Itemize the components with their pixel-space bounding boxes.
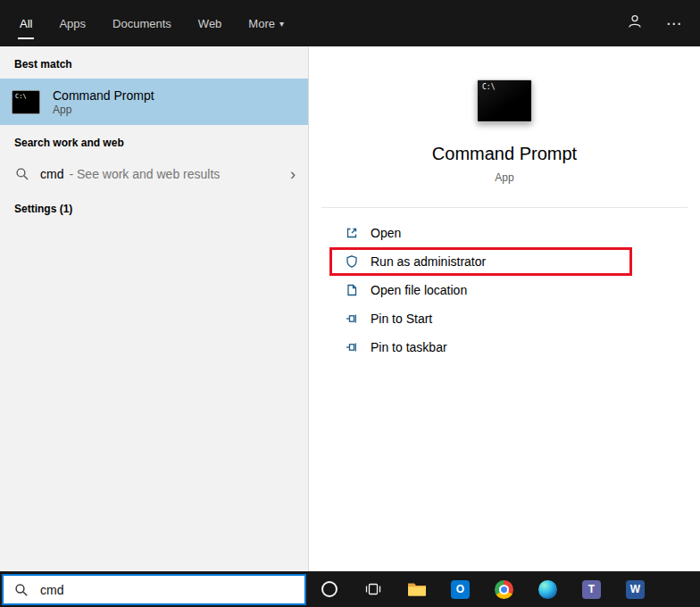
tab-more-label: More [248,17,275,30]
tab-all[interactable]: All [18,0,34,46]
task-view-icon[interactable] [351,571,395,607]
command-prompt-icon: C:\ [12,90,40,114]
best-match-subtitle: App [53,104,154,117]
best-match-result-command-prompt[interactable]: C:\ Command Prompt App [0,79,308,125]
tab-more[interactable]: More ▾ [246,0,286,46]
tab-apps[interactable]: Apps [57,0,88,46]
word-icon[interactable]: W [613,571,657,607]
word-letter: W [626,580,645,599]
tab-all-label: All [20,17,32,30]
action-pin-to-taskbar-label: Pin to taskbar [371,340,447,354]
search-filter-bar: All Apps Documents Web More ▾ [0,0,700,46]
search-icon [14,583,29,597]
outlook-letter: O [451,580,470,599]
app-title: Command Prompt [309,144,700,164]
outlook-icon[interactable]: O [438,571,482,607]
edge-icon[interactable] [526,571,570,607]
action-run-as-administrator-label: Run as administrator [371,254,486,269]
taskbar-app-icons: O T W [307,571,657,607]
action-open[interactable]: Open [309,219,700,247]
open-icon [345,226,359,240]
file-location-icon [345,283,359,297]
file-explorer-icon[interactable] [395,571,438,607]
app-hero: C:\ Command Prompt App [309,46,700,184]
settings-header: Settings (1) [0,191,308,223]
taskbar-search-box[interactable] [2,574,306,605]
tab-apps-label: Apps [59,17,86,30]
result-detail-panel: C:\ Command Prompt App Open [308,46,700,571]
app-subtitle: App [309,171,700,184]
tab-web[interactable]: Web [196,0,224,46]
action-pin-to-start-label: Pin to Start [371,312,432,326]
cortana-ring [321,581,338,597]
filter-tabs: All Apps Documents Web More ▾ [18,0,286,46]
best-match-header: Best match [0,46,308,79]
best-match-title: Command Prompt [53,87,154,104]
tab-web-label: Web [198,17,222,30]
chevron-down-icon: ▾ [279,19,284,29]
action-open-label: Open [371,226,401,240]
user-account-icon[interactable] [627,13,643,33]
action-pin-to-taskbar[interactable]: Pin to taskbar [309,333,700,362]
search-results-panel: Best match C:\ Command Prompt App Search… [0,46,308,571]
tab-documents-label: Documents [112,17,171,30]
context-actions: Open Run as administrator Open file [309,217,700,362]
edge-logo [538,580,557,599]
topbar-right-actions: ⋯ [627,13,688,33]
chrome-logo [495,580,513,599]
search-icon [15,167,29,181]
best-match-text: Command Prompt App [53,87,154,117]
action-pin-to-start[interactable]: Pin to Start [309,304,700,333]
web-search-description: - See work and web results [69,167,220,181]
shield-icon [345,254,359,269]
options-ellipsis-icon[interactable]: ⋯ [666,14,682,33]
action-open-file-location[interactable]: Open file location [309,276,700,304]
command-prompt-icon-large: C:\ [477,79,532,122]
windows-search-flyout: All Apps Documents Web More ▾ [0,0,700,607]
teams-letter: T [582,580,601,599]
action-open-file-location-label: Open file location [371,283,467,297]
search-work-web-header: Search work and web [0,125,308,157]
taskbar: O T W [0,571,700,607]
pin-icon [345,340,359,354]
chevron-right-icon: › [290,166,296,182]
hero-actions-divider [321,207,688,208]
pin-icon [345,312,359,326]
web-search-query: cmd [40,167,63,181]
teams-icon[interactable]: T [570,571,613,607]
cortana-icon[interactable] [307,571,351,607]
chrome-icon[interactable] [482,571,526,607]
action-run-as-administrator[interactable]: Run as administrator [329,247,632,276]
tab-documents[interactable]: Documents [111,0,173,46]
web-search-result-cmd[interactable]: cmd - See work and web results › [0,157,308,191]
taskbar-search-input[interactable] [38,582,294,598]
command-prompt-icon-text: C:\ [482,83,495,91]
